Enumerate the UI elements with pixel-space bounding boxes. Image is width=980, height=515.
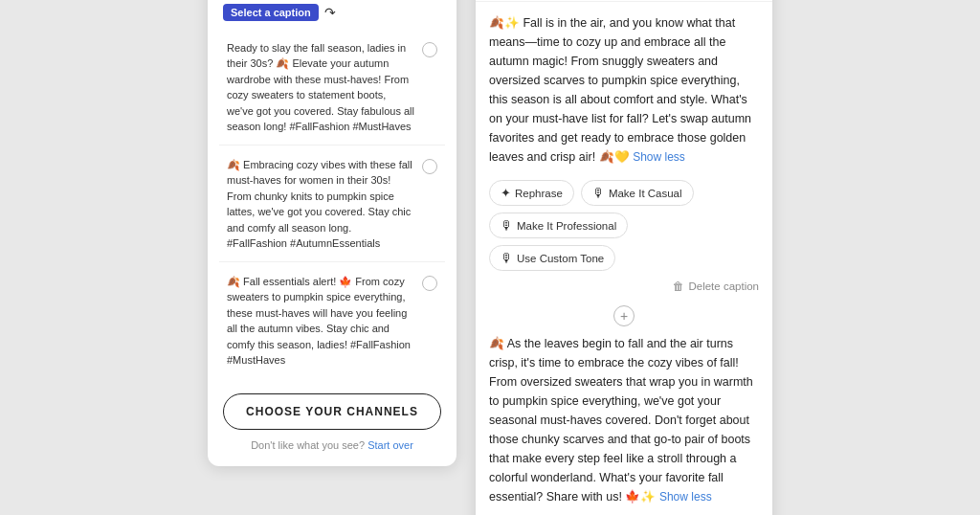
caption-item-2[interactable]: 🍂 Embracing cozy vibes with these fall m…	[219, 147, 445, 262]
make-casual-label: Make It Casual	[609, 188, 682, 199]
delete-caption-button[interactable]: 🗑 Delete caption	[673, 280, 759, 292]
select-caption-row: Select a caption ↷	[208, 0, 457, 31]
caption-text-3: 🍂 Fall essentials alert! 🍁 From cozy swe…	[227, 274, 414, 369]
make-professional-icon: 🎙	[501, 218, 513, 233]
choose-btn-wrap: CHOOSE YOUR CHANNELS	[208, 378, 457, 434]
show-less-2-link[interactable]: Show less	[659, 490, 712, 504]
show-less-1-link[interactable]: Show less	[633, 150, 685, 164]
second-caption-content: 🍂 As the leaves begin to fall and the ai…	[489, 337, 753, 504]
app-wrapper: Let's make some magic! × Select a captio…	[0, 0, 980, 515]
main-caption-content: 🍂✨ Fall is in the air, and you know what…	[489, 16, 751, 164]
dont-like-text: Don't like what you see?	[251, 439, 365, 451]
select-caption-badge: Select a caption	[223, 4, 319, 21]
divider-row: +	[489, 305, 759, 326]
trash-icon: 🗑	[673, 280, 684, 292]
choose-channels-button[interactable]: CHOOSE YOUR CHANNELS	[223, 393, 441, 430]
right-panel: ← Caption Writer ⓘ × 🍂✨ Fall is in the a…	[476, 0, 772, 515]
rephrase-button[interactable]: ✦ Rephrase	[489, 180, 574, 206]
rephrase-icon: ✦	[501, 186, 511, 200]
caption-text-2: 🍂 Embracing cozy vibes with these fall m…	[227, 157, 414, 252]
add-caption-button[interactable]: +	[613, 305, 635, 326]
rephrase-label: Rephrase	[515, 188, 563, 199]
right-panel-body: 🍂✨ Fall is in the air, and you know what…	[476, 2, 772, 515]
radio-1[interactable]	[422, 42, 437, 57]
dont-like-row: Don't like what you see? Start over	[208, 434, 457, 451]
start-over-link[interactable]: Start over	[368, 439, 413, 451]
custom-tone-label: Use Custom Tone	[517, 253, 604, 264]
make-professional-button[interactable]: 🎙 Make It Professional	[489, 213, 628, 238]
delete-caption-label: Delete caption	[688, 280, 759, 292]
caption-list: Ready to slay the fall season, ladies in…	[208, 31, 457, 378]
make-professional-label: Make It Professional	[517, 220, 616, 232]
radio-3[interactable]	[422, 276, 437, 291]
custom-tone-icon: 🎙	[501, 251, 513, 265]
action-buttons-row: ✦ Rephrase 🎙 Make It Casual 🎙 Make It Pr…	[489, 180, 759, 271]
radio-2[interactable]	[422, 159, 437, 174]
caption-item-1[interactable]: Ready to slay the fall season, ladies in…	[219, 31, 445, 146]
make-casual-button[interactable]: 🎙 Make It Casual	[581, 180, 694, 206]
second-caption-text: 🍂 As the leaves begin to fall and the ai…	[489, 334, 759, 506]
caption-item-3[interactable]: 🍂 Fall essentials alert! 🍁 From cozy swe…	[219, 264, 445, 378]
make-casual-icon: 🎙	[592, 186, 605, 200]
caption-text-1: Ready to slay the fall season, ladies in…	[227, 40, 414, 135]
left-panel: Let's make some magic! × Select a captio…	[208, 0, 457, 466]
custom-tone-button[interactable]: 🎙 Use Custom Tone	[489, 245, 615, 271]
arrow-icon: ↷	[324, 5, 336, 20]
delete-caption-row: 🗑 Delete caption	[489, 280, 759, 292]
main-caption-text: 🍂✨ Fall is in the air, and you know what…	[489, 13, 759, 167]
